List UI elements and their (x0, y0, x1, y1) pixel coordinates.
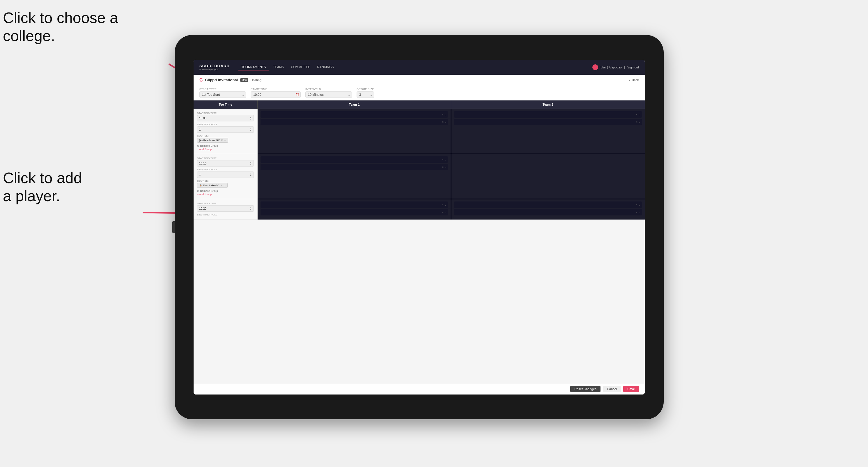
player-slot-6-1[interactable]: ×⌄ (454, 201, 642, 208)
start-type-group: Start Type 1st Tee Start Shotgun Start (199, 88, 246, 98)
event-gender-badge: Men (240, 78, 248, 82)
course-tag-remove-2[interactable]: × (221, 184, 222, 187)
slot-expand-5-2[interactable]: ⌄ (444, 211, 447, 214)
group-row: STARTING TIME: 10:00 ▲▼ STARTING HOLE: 1… (193, 109, 645, 154)
starting-time-label-1: STARTING TIME: (197, 112, 254, 115)
starting-hole-label-2: STARTING HOLE: (197, 168, 254, 171)
clippd-logo: C (199, 77, 203, 83)
cancel-button[interactable]: Cancel (603, 386, 621, 392)
annotation-choose-college: Click to choose a college. (3, 9, 118, 45)
team2-cell-1: ×⌄ ×⌄ (451, 109, 645, 154)
course-label-1: COURSE: (197, 134, 254, 137)
team2-cell-3: ×⌄ ×⌄ (451, 199, 645, 220)
slot-remove-5-2[interactable]: × (442, 211, 444, 214)
player-slot-2-2[interactable]: ×⌄ (454, 119, 642, 125)
reset-changes-button[interactable]: Reset Changes (570, 386, 600, 392)
course-tag-2[interactable]: 🏌 East Lake GC × ⌄ (197, 183, 228, 188)
remove-group-btn-1[interactable]: ⊖ Remove Group (197, 145, 254, 147)
player-slot-1-2[interactable]: ×⌄ (260, 119, 448, 125)
start-time-label: Start Time (251, 88, 301, 91)
player-slot-6-2[interactable]: ×⌄ (454, 209, 642, 215)
nav-bar: SCOREBOARD Powered by clippd TOURNAMENTS… (193, 60, 645, 75)
start-time-group: Start Time ⏰ (251, 88, 301, 98)
slot-expand-1-2[interactable]: ⌄ (444, 121, 447, 123)
add-group-btn-1[interactable]: + Add Group (197, 148, 254, 151)
starting-time-value-2[interactable]: 10:10 ▲▼ (197, 160, 254, 166)
nav-item-tournaments[interactable]: TOURNAMENTS (238, 64, 269, 70)
footer: Reset Changes Cancel Save (193, 383, 645, 395)
course-tag-1[interactable]: (A) Peachtree GC × ⌄ (197, 138, 228, 143)
nav-item-teams[interactable]: TEAMS (270, 64, 287, 70)
group-row-3: STARTING TIME: 10:20 ▲▼ STARTING HOLE: ×… (193, 199, 645, 220)
group-size-label: Group Size (356, 88, 374, 91)
nav-items: TOURNAMENTS TEAMS COMMITTEE RANKINGS (238, 64, 593, 70)
group-size-group: Group Size 3 2 4 (356, 88, 374, 98)
slot-expand-3-1[interactable]: ⌄ (444, 158, 447, 161)
slot-remove-2-2[interactable]: × (636, 121, 638, 123)
slot-remove-6-1[interactable]: × (636, 203, 638, 206)
tablet-frame: SCOREBOARD Powered by clippd TOURNAMENTS… (175, 35, 664, 419)
slot-expand-6-1[interactable]: ⌄ (638, 203, 641, 206)
slot-remove-3-1[interactable]: × (442, 158, 444, 161)
starting-time-label-3: STARTING TIME: (197, 202, 254, 205)
annotation-add-player: Click to add a player. (3, 169, 82, 205)
slot-expand-2-1[interactable]: ⌄ (638, 113, 641, 116)
col-team2: Team 2 (451, 100, 645, 108)
course-tag-expand-1[interactable]: ⌄ (224, 138, 226, 142)
group-size-select[interactable]: 3 2 4 (356, 91, 374, 98)
group-actions-2: ⊖ Remove Group + Add Group (197, 190, 254, 196)
start-type-label: Start Type (199, 88, 246, 91)
starting-hole-value-1[interactable]: 1 ▲▼ (197, 126, 254, 133)
group-2-left: STARTING TIME: 10:10 ▲▼ STARTING HOLE: 1… (193, 154, 258, 199)
slot-remove-2-1[interactable]: × (636, 113, 638, 116)
user-email: blair@clippd.io (600, 65, 621, 69)
slot-expand-5-1[interactable]: ⌄ (444, 203, 447, 206)
player-slot-2-1[interactable]: ×⌄ (454, 111, 642, 118)
starting-hole-label-1: STARTING HOLE: (197, 123, 254, 126)
sign-out-link[interactable]: Sign out (627, 65, 639, 69)
player-slot-5-2[interactable]: ×⌄ (260, 209, 448, 215)
course-label-2: COURSE: (197, 180, 254, 182)
nav-right: blair@clippd.io | Sign out (592, 64, 639, 70)
start-type-select[interactable]: 1st Tee Start Shotgun Start (199, 91, 246, 98)
brand-sub: Powered by clippd (199, 68, 230, 71)
back-button[interactable]: ‹ Back (629, 78, 639, 82)
slot-expand-1-1[interactable]: ⌄ (444, 113, 447, 116)
slot-expand-3-2[interactable]: ⌄ (444, 166, 447, 168)
slot-remove-3-2[interactable]: × (442, 166, 444, 168)
starting-time-value-1[interactable]: 10:00 ▲▼ (197, 115, 254, 121)
starting-time-value-3[interactable]: 10:20 ▲▼ (197, 205, 254, 212)
start-time-input[interactable] (251, 91, 301, 98)
slot-remove-1-2[interactable]: × (442, 121, 444, 123)
nav-item-rankings[interactable]: RANKINGS (314, 64, 337, 70)
slot-remove-5-1[interactable]: × (442, 203, 444, 206)
brand: SCOREBOARD Powered by clippd (199, 64, 230, 71)
starting-hole-value-2[interactable]: 1 ▲▼ (197, 172, 254, 178)
course-tag-expand-2[interactable]: ⌄ (223, 184, 225, 187)
slot-expand-6-2[interactable]: ⌄ (638, 211, 641, 214)
table-header: Tee Time Team 1 Team 2 (193, 100, 645, 109)
starting-hole-label-3: STARTING HOLE: (197, 213, 254, 216)
save-button[interactable]: Save (623, 386, 639, 392)
tablet-screen: SCOREBOARD Powered by clippd TOURNAMENTS… (193, 60, 645, 395)
slot-remove-1-1[interactable]: × (442, 113, 444, 116)
player-slot-3-1[interactable]: ×⌄ (260, 156, 448, 163)
player-slot-5-1[interactable]: ×⌄ (260, 201, 448, 208)
intervals-label: Intervals (305, 88, 352, 91)
add-group-btn-2[interactable]: + Add Group (197, 193, 254, 196)
main-content: STARTING TIME: 10:00 ▲▼ STARTING HOLE: 1… (193, 109, 645, 383)
slot-remove-6-2[interactable]: × (636, 211, 638, 214)
remove-group-btn-2[interactable]: ⊖ Remove Group (197, 190, 254, 192)
clock-icon: ⏰ (296, 93, 299, 96)
separator: | (624, 65, 625, 69)
hosting-badge: Hosting (251, 78, 261, 82)
controls-row: Start Type 1st Tee Start Shotgun Start S… (193, 85, 645, 100)
team1-cell-2: ×⌄ ×⌄ (258, 154, 451, 199)
sub-header: C Clippd Invitational Men Hosting ‹ Back (193, 75, 645, 85)
nav-item-committee[interactable]: COMMITTEE (288, 64, 313, 70)
course-tag-remove-1[interactable]: × (221, 138, 223, 142)
player-slot-3-2[interactable]: ×⌄ (260, 164, 448, 170)
player-slot-1-1[interactable]: ×⌄ (260, 111, 448, 118)
intervals-select[interactable]: 10 Minutes 8 Minutes 12 Minutes (305, 91, 352, 98)
slot-expand-2-2[interactable]: ⌄ (638, 121, 641, 123)
